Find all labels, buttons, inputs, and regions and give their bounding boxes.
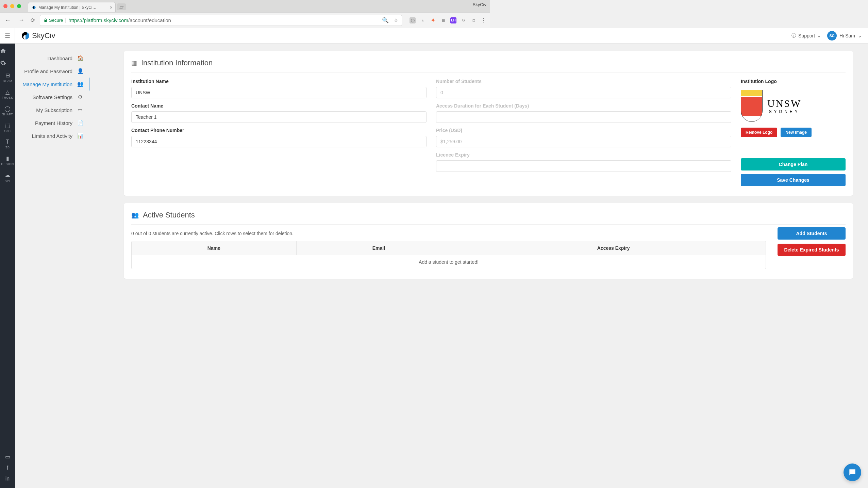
logo[interactable]: SkyCiv [21, 31, 55, 40]
col-expiry: Access Expiry [461, 241, 490, 255]
ext-icon-1[interactable]: ◯ [410, 17, 416, 23]
sidebar-item-label: Manage My Institution [22, 81, 72, 87]
reload-icon[interactable]: ⟳ [31, 17, 35, 23]
card-icon: ▭ [77, 107, 83, 113]
sidebar-item-label: Dashboard [48, 55, 72, 61]
institution-name-input[interactable] [131, 87, 427, 98]
label-contact-name: Contact Name [131, 103, 427, 109]
divider: | [65, 17, 66, 23]
rail-shaft[interactable]: ◯SHAFT [0, 105, 15, 116]
gear-icon [0, 60, 6, 66]
label-institution-name: Institution Name [131, 79, 427, 84]
tab-close-icon[interactable]: × [110, 5, 113, 10]
logo-icon [21, 31, 30, 40]
cloud-icon: ☁ [0, 172, 15, 178]
ext-icon-2[interactable]: ▲ [420, 17, 426, 23]
chart-icon: 📊 [77, 133, 83, 139]
sidebar-item-label: My Subscription [36, 107, 72, 113]
sidebar-item-label: Software Settings [32, 94, 72, 100]
empty-message: Add a student to get started! [132, 255, 490, 269]
section-title: Institution Information [141, 59, 213, 67]
zoom-icon[interactable]: 🔍 [382, 17, 389, 23]
file-icon: ▮ [0, 155, 15, 162]
sidebar-item-software[interactable]: Software Settings ⚙ [15, 91, 89, 103]
contact-phone-input[interactable] [131, 136, 427, 147]
licence-expiry-input [436, 160, 490, 172]
window-close[interactable] [3, 4, 7, 8]
nav-forward-icon: → [17, 17, 26, 24]
url-text: https://platform.skyciv.com/account/educ… [68, 17, 171, 23]
col-email: Email [297, 241, 462, 255]
lock-icon [44, 18, 48, 22]
browser-tab[interactable]: Manage My Institution | SkyCi… × [28, 2, 116, 12]
truss-icon: △ [0, 89, 15, 95]
rail-truss[interactable]: △TRUSS [0, 89, 15, 99]
num-students-input [436, 87, 490, 98]
extension-icons: ◯ ▲ ✦ ▦ LH G ◻ ⋮ [407, 17, 486, 23]
label-contact-phone: Contact Phone Number [131, 128, 427, 133]
ext-icon-7[interactable]: ◻ [471, 17, 477, 23]
doc-icon: 📄 [77, 120, 83, 126]
sidebar-item-subscription[interactable]: My Subscription ▭ [15, 103, 89, 116]
left-rail: ⊟BEAM △TRUSS ◯SHAFT ⬚S3D TSB ▮DESIGN ☁AP… [0, 44, 15, 278]
institution-card: ▦ Institution Information Institution Na… [124, 51, 490, 196]
sidebar-item-label: Payment History [35, 120, 72, 126]
cube-icon: ⬚ [0, 122, 15, 129]
home-icon [0, 48, 6, 54]
browser-chrome: Manage My Institution | SkyCi… × ▱ SkyCi… [0, 0, 490, 28]
rail-api[interactable]: ☁API [0, 172, 15, 182]
bookmark-icon[interactable]: ☆ [394, 17, 398, 23]
browser-toolbar: ← → ⟳ Secure | https://platform.skyciv.c… [0, 12, 490, 28]
rail-sb[interactable]: TSB [0, 139, 15, 149]
label-price: Price (USD) [436, 128, 490, 133]
text-icon: T [0, 139, 15, 145]
sidebar-item-label: Limits and Activity [32, 133, 72, 139]
sidebar-item-limits[interactable]: Limits and Activity 📊 [15, 129, 89, 142]
table-empty-row: Add a student to get started! [132, 255, 490, 269]
rail-s3d[interactable]: ⬚S3D [0, 122, 15, 133]
tab-title: Manage My Institution | SkyCi… [38, 5, 97, 10]
ext-icon-5[interactable]: LH [450, 17, 456, 23]
window-maximize[interactable] [17, 4, 21, 8]
hamburger-menu[interactable]: ☰ [0, 28, 15, 44]
section-title: Active Students [143, 211, 195, 219]
beam-icon: ⊟ [0, 72, 15, 79]
rail-beam[interactable]: ⊟BEAM [0, 72, 15, 83]
app-header: SkyCiv ⓘ Support ⌄ SC Hi Sam ⌄ [15, 28, 490, 44]
students-table: Name Email Access Expiry Add a student t… [131, 241, 490, 269]
contact-name-input[interactable] [131, 111, 427, 123]
ext-icon-3[interactable]: ✦ [430, 17, 436, 23]
rail-design[interactable]: ▮DESIGN [0, 155, 15, 166]
rail-settings[interactable] [0, 60, 15, 66]
sidebar-item-payment[interactable]: Payment History 📄 [15, 116, 89, 129]
sidebar-item-label: Profile and Password [24, 68, 72, 74]
table-header-row: Name Email Access Expiry [132, 241, 490, 255]
users-icon: 👥 [77, 81, 83, 87]
sidebar-item-institution[interactable]: Manage My Institution 👥 [15, 78, 89, 91]
label-num-students: Number of Students [436, 79, 490, 84]
browser-menu-icon[interactable]: ⋮ [481, 17, 486, 23]
window-minimize[interactable] [10, 4, 14, 8]
nav-back-icon[interactable]: ← [3, 17, 12, 24]
label-access-duration: Access Duration for Each Student (Days) [436, 103, 490, 109]
url-bar[interactable]: Secure | https://platform.skyciv.com/acc… [40, 15, 402, 26]
building-icon: ▦ [131, 59, 137, 67]
logo-text: SkyCiv [32, 31, 55, 40]
students-card: 👥 Active Students 0 out of 0 students ar… [124, 203, 490, 278]
user-icon: 👤 [77, 68, 83, 74]
sidebar-item-profile[interactable]: Profile and Password 👤 [15, 65, 89, 78]
gear-icon: ⚙ [77, 94, 83, 100]
label-licence-expiry: Licence Expiry [436, 152, 490, 158]
sidebar-item-dashboard[interactable]: Dashboard 🏠 [15, 52, 89, 65]
users-icon: 👥 [131, 211, 139, 219]
home-icon: 🏠 [77, 55, 83, 61]
ext-icon-6[interactable]: G [461, 17, 467, 23]
ext-icon-4[interactable]: ▦ [440, 17, 446, 23]
rail-home[interactable] [0, 48, 15, 54]
access-duration-input [436, 111, 490, 123]
window-controls [3, 4, 21, 8]
new-tab-button[interactable]: ▱ [117, 3, 126, 10]
browser-window-title: SkyCiv [473, 2, 486, 7]
students-summary: 0 out of 0 students are currently active… [131, 231, 490, 236]
sidebar-nav: Dashboard 🏠 Profile and Password 👤 Manag… [15, 44, 89, 150]
